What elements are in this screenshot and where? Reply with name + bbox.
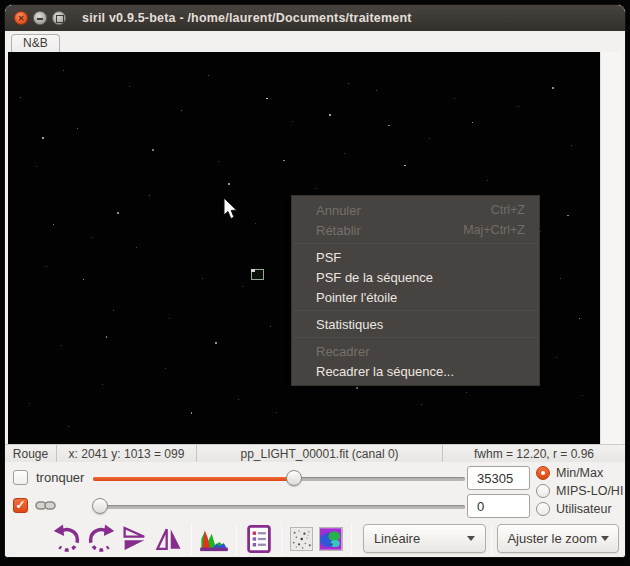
utilisateur-radio[interactable] <box>536 502 550 516</box>
bottom-toolbar: Linéaire Ajuster le zoom <box>5 519 625 558</box>
low-value-input[interactable] <box>467 494 530 518</box>
undo-button[interactable] <box>50 524 84 554</box>
menu-item-shortcut: Ctrl+Z <box>491 203 525 217</box>
star <box>202 278 203 279</box>
titlebar[interactable]: siril v0.9.5-beta - /home/laurent/Docume… <box>5 5 625 31</box>
radio-row-minmax[interactable]: Min/Max <box>536 464 623 482</box>
menu-item-label: Annuler <box>316 203 361 218</box>
radio-row-mips[interactable]: MIPS-LO/HI <box>536 482 623 500</box>
minmax-radio[interactable] <box>536 466 550 480</box>
menu-item-recadrer: Recadrer <box>292 341 539 361</box>
image-gutter <box>600 52 622 444</box>
menu-item-retablir: Rétablir Maj+Ctrl+Z <box>292 220 539 240</box>
display-controls: tronquer Min/Max <box>5 462 625 519</box>
menu-item-statistiques[interactable]: Statistiques <box>292 314 539 334</box>
star <box>42 137 44 139</box>
adjust-zoom-label: Ajuster le zoom <box>507 531 597 546</box>
star <box>46 266 47 267</box>
slider-fill <box>93 477 294 481</box>
low-threshold-slider[interactable] <box>93 493 465 519</box>
star <box>77 128 78 129</box>
redo-button[interactable] <box>84 524 118 554</box>
low-threshold-row <box>5 493 625 519</box>
histogram-button[interactable] <box>197 524 231 554</box>
star <box>429 138 430 139</box>
truncate-checkbox[interactable] <box>13 470 28 485</box>
star <box>344 153 345 154</box>
menu-separator <box>293 243 538 244</box>
star <box>152 149 154 151</box>
menu-item-psf-sequence[interactable]: PSF de la séquence <box>292 267 539 287</box>
mips-radio[interactable] <box>536 484 550 498</box>
star <box>102 384 103 385</box>
star <box>270 326 271 327</box>
selection-rectangle[interactable] <box>251 269 264 280</box>
menu-item-label: Recadrer <box>316 344 369 359</box>
star <box>283 160 285 162</box>
mirror-x-button[interactable] <box>152 524 186 554</box>
histogram-icon <box>199 524 229 554</box>
menu-item-label: Recadrer la séquence... <box>316 364 454 379</box>
mirror-y-button[interactable] <box>118 524 152 554</box>
status-coordinates: x: 2041 y: 1013 = 099 <box>57 445 197 462</box>
redo-icon <box>86 524 116 554</box>
star <box>215 342 217 344</box>
slider-track[interactable] <box>93 505 465 509</box>
status-channel: Rouge <box>5 445 57 462</box>
close-button[interactable] <box>14 11 28 25</box>
star <box>292 121 293 122</box>
toolbar-separator <box>191 523 192 555</box>
radio-row-utilisateur[interactable]: Utilisateur <box>536 500 623 518</box>
grayscale-preview-thumbnail[interactable] <box>290 527 313 551</box>
adjust-zoom-button[interactable]: Ajuster le zoom <box>497 524 619 553</box>
tab-nb[interactable]: N&B <box>11 34 60 52</box>
toolbar-separator <box>491 523 492 555</box>
high-threshold-row: tronquer <box>5 465 625 491</box>
maximize-button[interactable] <box>52 11 66 25</box>
link-checkbox[interactable] <box>13 498 28 513</box>
window-title: siril v0.9.5-beta - /home/laurent/Docume… <box>82 11 412 25</box>
star <box>315 188 316 189</box>
star <box>376 90 377 91</box>
star <box>404 165 406 167</box>
star <box>136 247 137 248</box>
high-threshold-slider[interactable] <box>93 465 465 491</box>
siril-window: siril v0.9.5-beta - /home/laurent/Docume… <box>4 4 626 558</box>
chevron-down-icon <box>601 536 609 541</box>
status-fwhm: fwhm = 12.20, r = 0.96 <box>443 445 625 462</box>
menu-item-pointer-etoile[interactable]: Pointer l'étoile <box>292 287 539 307</box>
slider-handle[interactable] <box>92 498 108 514</box>
star <box>454 98 455 99</box>
menu-item-psf[interactable]: PSF <box>292 247 539 267</box>
display-mode-select[interactable]: Linéaire <box>363 524 487 553</box>
star <box>169 318 170 319</box>
star <box>53 224 55 226</box>
star <box>36 166 37 167</box>
star <box>238 399 239 400</box>
menu-item-shortcut: Maj+Ctrl+Z <box>463 223 525 237</box>
star <box>571 145 572 146</box>
menu-item-recadrer-sequence[interactable]: Recadrer la séquence... <box>292 361 539 381</box>
fits-header-button[interactable] <box>242 524 276 554</box>
minmax-radio-label: Min/Max <box>556 466 603 480</box>
scaling-mode-radios: Min/Max MIPS-LO/HI Utilisateur <box>536 464 623 518</box>
star <box>356 387 358 389</box>
star <box>117 212 119 214</box>
color-map-preview-thumbnail[interactable] <box>319 527 342 551</box>
star <box>68 426 69 427</box>
star <box>518 106 519 107</box>
truncate-label: tronquer <box>36 470 84 485</box>
star <box>582 395 583 396</box>
slider-handle[interactable] <box>286 470 302 486</box>
star <box>560 278 561 279</box>
context-menu: Annuler Ctrl+Z Rétablir Maj+Ctrl+Z PSF P… <box>291 195 540 386</box>
menu-item-label: PSF de la séquence <box>316 270 433 285</box>
image-view: Annuler Ctrl+Z Rétablir Maj+Ctrl+Z PSF P… <box>8 52 622 444</box>
mirror-y-icon <box>120 524 150 554</box>
status-bar: Rouge x: 2041 y: 1013 = 099 pp_LIGHT_000… <box>5 444 625 462</box>
minimize-button[interactable] <box>33 11 47 25</box>
high-value-input[interactable] <box>467 466 530 490</box>
star <box>191 412 193 414</box>
menu-separator <box>293 310 538 311</box>
star <box>129 86 130 87</box>
